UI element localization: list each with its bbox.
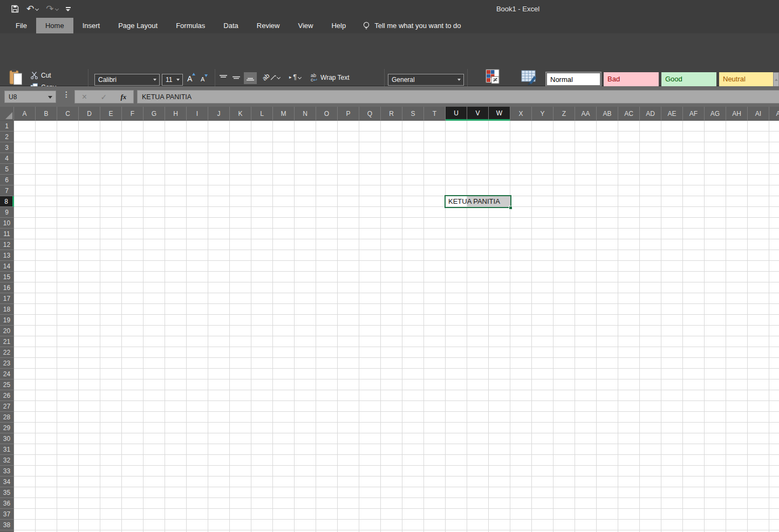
name-box-chevron[interactable] — [48, 96, 52, 99]
column-header-Z[interactable]: Z — [554, 107, 575, 121]
row-header-35[interactable]: 35 — [0, 487, 14, 498]
column-header-AI[interactable]: AI — [748, 107, 769, 121]
number-format-combo[interactable]: General — [388, 74, 464, 86]
column-header-H[interactable]: H — [165, 107, 187, 121]
column-header-AD[interactable]: AD — [640, 107, 661, 121]
style-cell-bad[interactable]: Bad — [604, 72, 659, 86]
tab-review[interactable]: Review — [248, 18, 289, 33]
row-header-22[interactable]: 22 — [0, 347, 14, 358]
name-box[interactable]: U8 — [4, 91, 56, 103]
row-header-4[interactable]: 4 — [0, 153, 14, 164]
row-header-9[interactable]: 9 — [0, 207, 14, 218]
column-header-AA[interactable]: AA — [575, 107, 597, 121]
column-header-B[interactable]: B — [36, 107, 57, 121]
tab-help[interactable]: Help — [322, 18, 355, 33]
row-header-12[interactable]: 12 — [0, 239, 14, 250]
row-header-6[interactable]: 6 — [0, 175, 14, 185]
column-header-AC[interactable]: AC — [618, 107, 640, 121]
top-align-button[interactable] — [219, 74, 228, 81]
column-header-O[interactable]: O — [316, 107, 338, 121]
row-header-29[interactable]: 29 — [0, 423, 14, 433]
undo-button[interactable]: ↶ — [26, 4, 38, 13]
customize-quick-access-button[interactable] — [66, 7, 71, 11]
column-header-M[interactable]: M — [273, 107, 295, 121]
row-header-15[interactable]: 15 — [0, 272, 14, 282]
row-header-23[interactable]: 23 — [0, 358, 14, 369]
row-header-36[interactable]: 36 — [0, 498, 14, 509]
column-header-N[interactable]: N — [295, 107, 316, 121]
row-header-7[interactable]: 7 — [0, 185, 14, 196]
row-header-18[interactable]: 18 — [0, 304, 14, 315]
gallery-scroll-up-button[interactable] — [773, 72, 779, 87]
font-name-combo[interactable]: Calibri — [94, 74, 160, 86]
column-header-F[interactable]: F — [122, 107, 144, 121]
text-direction-button[interactable]: ▸ ¶ — [289, 73, 301, 81]
row-header-25[interactable]: 25 — [0, 379, 14, 390]
tab-view[interactable]: View — [289, 18, 322, 33]
insert-function-button[interactable]: fx — [120, 93, 126, 101]
row-header-3[interactable]: 3 — [0, 142, 14, 153]
row-header-20[interactable]: 20 — [0, 326, 14, 336]
select-all-button[interactable] — [0, 107, 14, 121]
row-header-5[interactable]: 5 — [0, 164, 14, 175]
row-header-1[interactable]: 1 — [0, 121, 14, 132]
column-header-I[interactable]: I — [187, 107, 208, 121]
row-header-16[interactable]: 16 — [0, 282, 14, 293]
column-header-AG[interactable]: AG — [705, 107, 726, 121]
row-header-30[interactable]: 30 — [0, 433, 14, 444]
row-header-11[interactable]: 11 — [0, 229, 14, 239]
row-header-14[interactable]: 14 — [0, 261, 14, 272]
column-header-U[interactable]: U — [446, 107, 467, 121]
column-header-Y[interactable]: Y — [532, 107, 554, 121]
tab-page-layout[interactable]: Page Layout — [109, 18, 167, 33]
column-header-S[interactable]: S — [402, 107, 424, 121]
formula-bar-drag-handle[interactable]: ⋮ — [63, 90, 70, 99]
column-header-E[interactable]: E — [100, 107, 122, 121]
column-header-G[interactable]: G — [144, 107, 165, 121]
wrap-text-button[interactable]: abc↩ Wrap Text — [311, 73, 350, 82]
orientation-chevron[interactable] — [277, 75, 281, 79]
chevron-down-icon[interactable] — [35, 7, 39, 11]
row-header-38[interactable]: 38 — [0, 520, 14, 530]
row-header-17[interactable]: 17 — [0, 293, 14, 304]
row-header-2[interactable]: 2 — [0, 132, 14, 142]
row-header-10[interactable]: 10 — [0, 218, 14, 229]
row-header-37[interactable]: 37 — [0, 509, 14, 520]
cut-button[interactable]: Cut — [30, 71, 51, 79]
row-header-8[interactable]: 8 — [0, 196, 14, 207]
tab-formulas[interactable]: Formulas — [167, 18, 214, 33]
column-header-AJ[interactable]: AJ — [769, 107, 779, 121]
increase-font-size-button[interactable]: A — [187, 74, 192, 83]
column-header-AB[interactable]: AB — [597, 107, 618, 121]
column-header-K[interactable]: K — [230, 107, 251, 121]
style-cell-normal[interactable]: Normal — [546, 72, 601, 86]
redo-button[interactable]: ↷ — [46, 4, 58, 13]
column-header-X[interactable]: X — [510, 107, 532, 121]
column-header-C[interactable]: C — [57, 107, 79, 121]
row-header-19[interactable]: 19 — [0, 315, 14, 326]
row-header-27[interactable]: 27 — [0, 401, 14, 412]
style-cell-good[interactable]: Good — [661, 72, 716, 86]
tab-data[interactable]: Data — [214, 18, 247, 33]
tab-insert[interactable]: Insert — [73, 18, 110, 33]
column-header-J[interactable]: J — [208, 107, 230, 121]
column-header-L[interactable]: L — [251, 107, 273, 121]
column-header-P[interactable]: P — [338, 107, 359, 121]
column-header-AH[interactable]: AH — [726, 107, 748, 121]
style-cell-neutral[interactable]: Neutral — [719, 72, 774, 86]
row-header-31[interactable]: 31 — [0, 444, 14, 455]
font-size-combo[interactable]: 11 — [162, 74, 183, 86]
column-header-AE[interactable]: AE — [661, 107, 683, 121]
enter-button[interactable]: ✓ — [100, 93, 107, 101]
column-header-V[interactable]: V — [467, 107, 489, 121]
row-header-33[interactable]: 33 — [0, 466, 14, 476]
column-header-Q[interactable]: Q — [359, 107, 381, 121]
middle-align-button[interactable] — [232, 74, 241, 81]
row-header-32[interactable]: 32 — [0, 455, 14, 466]
tell-me-box[interactable]: Tell me what you want to do — [363, 18, 461, 33]
bottom-align-button[interactable] — [244, 72, 257, 84]
column-header-AF[interactable]: AF — [683, 107, 705, 121]
orientation-button[interactable]: ab — [262, 73, 280, 81]
formula-input[interactable]: KETUA PANITIA — [137, 90, 779, 103]
tab-home[interactable]: Home — [36, 18, 73, 33]
